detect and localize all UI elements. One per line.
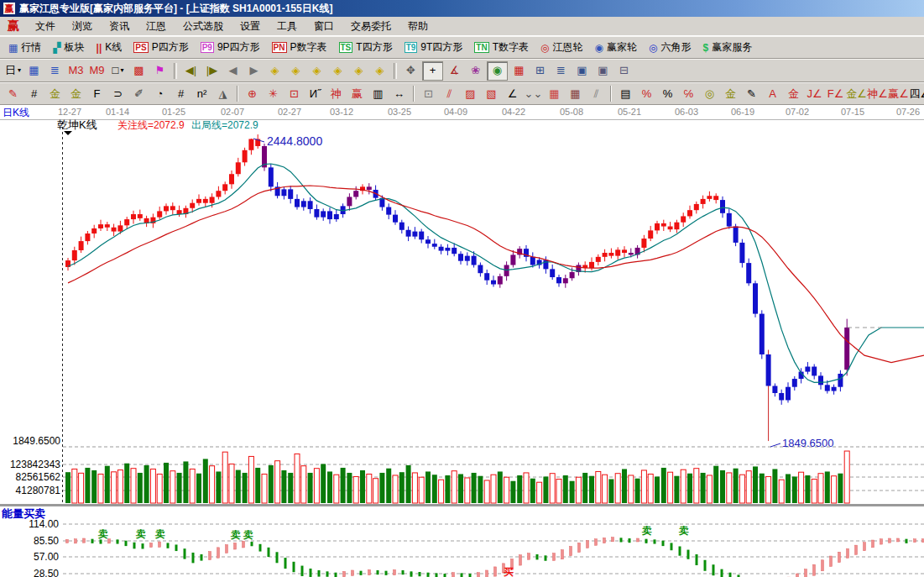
menu-item-6[interactable]: 工具	[269, 17, 305, 36]
ma9-icon[interactable]: M9	[87, 62, 107, 80]
angle-f-icon[interactable]: F∠	[826, 85, 845, 102]
menu-item-9[interactable]: 帮助	[399, 17, 436, 36]
menu-item-2[interactable]: 资讯	[101, 17, 138, 36]
ruler-marks-icon[interactable]: #	[24, 85, 44, 102]
angle-j-icon[interactable]: J∠	[805, 85, 824, 102]
hatch-box-icon[interactable]: ▨	[461, 85, 480, 102]
draw-pen-icon[interactable]: ✎	[3, 85, 23, 102]
page-right-icon[interactable]: ▶	[244, 62, 264, 80]
ma3-icon[interactable]: M3	[66, 62, 86, 80]
angle-ying-icon[interactable]: 赢∠	[889, 85, 908, 102]
save-export-icon[interactable]: ▣	[593, 62, 613, 80]
flag-stats-icon[interactable]: ⚑	[150, 62, 170, 80]
toolbar-main-T四方形[interactable]: TST四方形	[333, 38, 399, 57]
angle-fan-icon[interactable]: ◮	[213, 85, 232, 102]
arc-tool-icon[interactable]: ⊃	[108, 85, 128, 102]
wave-mark-icon[interactable]: И˝	[305, 85, 325, 102]
cycle-clock-icon[interactable]: ◔	[150, 85, 170, 102]
toolbar-main-六角形[interactable]: ◎六角形	[643, 38, 697, 57]
shen-tool-icon[interactable]: 神	[326, 85, 346, 102]
menu-item-3[interactable]: 江恩	[138, 17, 175, 36]
gold-ruler-1-icon[interactable]: 金	[45, 85, 65, 102]
menu-item-4[interactable]: 公式选股	[175, 17, 232, 36]
wave-a-icon[interactable]: A	[763, 85, 782, 102]
menu-item-8[interactable]: 交易委托	[342, 17, 399, 36]
toolbar-main-板块[interactable]: ▞板块	[47, 38, 90, 57]
menu-item-1[interactable]: 浏览	[64, 17, 101, 36]
toolbar-main-P数字表[interactable]: PNP数字表	[266, 38, 333, 57]
fib-ruler-icon[interactable]: F	[87, 85, 107, 102]
page-left-icon[interactable]: ◀	[223, 62, 243, 80]
grid-red-icon[interactable]: ▦	[545, 85, 564, 102]
pen-2-icon[interactable]: ✐	[129, 85, 149, 102]
diamond-cross-icon[interactable]: ◈	[349, 62, 368, 80]
circle-cross-icon[interactable]: ⊕	[243, 85, 262, 102]
hatch-box-2-icon[interactable]: ▧	[482, 85, 501, 102]
kline-type-label[interactable]: 乾坤K线	[57, 118, 97, 131]
span-tool-icon[interactable]: ↔	[389, 85, 409, 102]
toolbar-main-赢家服务[interactable]: $赢家服务	[697, 38, 758, 57]
parallel-lines-icon[interactable]: ⫽	[587, 85, 606, 102]
toolbar-main-江恩轮[interactable]: ◎江恩轮	[535, 38, 588, 57]
gold-ruler-2-icon[interactable]: 金	[66, 85, 86, 102]
menu-item-5[interactable]: 设置	[232, 17, 269, 36]
candle-style-icon[interactable]: □▾	[108, 62, 128, 80]
toolbar-main-行情[interactable]: ▦行情	[3, 38, 47, 57]
brain-icon[interactable]: ◉	[487, 61, 508, 81]
pan-hand-icon[interactable]: ✥	[401, 62, 420, 80]
grid-net-icon[interactable]: ▦	[24, 62, 44, 80]
ray-fan-icon[interactable]: ⫽	[440, 85, 459, 102]
angle-shen-icon[interactable]: 神∠	[868, 85, 887, 102]
angle-measure-icon[interactable]: ∡	[445, 62, 464, 80]
calculator-icon[interactable]: ⊞	[530, 62, 550, 80]
boxed-grid-icon[interactable]: ⊡	[285, 85, 304, 102]
calendar-21-icon[interactable]: ▦	[509, 62, 529, 80]
star-rays-icon[interactable]: ✳	[264, 85, 283, 102]
diamond-x-icon[interactable]: ◈	[328, 62, 347, 80]
percent-line-icon[interactable]: ℅	[679, 85, 698, 102]
toolbar-main-9P四方形[interactable]: P99P四方形	[195, 38, 266, 57]
gann-flower-icon[interactable]: ❀	[466, 62, 485, 80]
ruler-marks-2-icon[interactable]: #	[171, 85, 191, 102]
angle-four-icon[interactable]: 四∠	[910, 85, 924, 102]
price-grid-icon[interactable]: ▥	[368, 85, 388, 102]
menu-item-0[interactable]: 文件	[27, 17, 64, 36]
pencil-icon[interactable]: ✎	[742, 85, 761, 102]
toolbar-main-T数字表[interactable]: TNT数字表	[468, 38, 535, 57]
gold-red-icon[interactable]: 金	[784, 85, 803, 102]
notepad-icon[interactable]: ≣	[551, 62, 571, 80]
angle-gold-icon[interactable]: 金∠	[847, 85, 866, 102]
gold-line-icon[interactable]: 金	[721, 85, 740, 102]
toolbar-main-赢家轮[interactable]: ◉赢家轮	[589, 38, 643, 57]
percent-red-icon[interactable]: %	[637, 85, 656, 102]
save-floppy-icon[interactable]: ▣	[572, 62, 592, 80]
red-net-icon[interactable]: ▩	[129, 62, 149, 80]
box-select-icon[interactable]: ⊡	[419, 85, 438, 102]
diamond-left-icon[interactable]: ◈	[265, 62, 285, 80]
crosshair-icon[interactable]: +	[422, 61, 443, 81]
main-chart-svg[interactable]: 12-2701-1401-2502-0702-2703-1203-2504-09…	[0, 105, 924, 577]
chart-area[interactable]: 12-2701-1401-2502-0702-2703-1203-2504-09…	[0, 105, 924, 577]
percent-icon[interactable]: %	[658, 85, 677, 102]
period-day-icon[interactable]: 日▾	[3, 62, 23, 80]
levels-icon[interactable]: ▤	[616, 85, 635, 102]
ying-tool-icon[interactable]: 赢	[347, 85, 367, 102]
skip-start-icon[interactable]: ◀|	[181, 62, 201, 80]
trend-angle-icon[interactable]: ∠	[503, 85, 522, 102]
menu-item-7[interactable]: 窗口	[305, 17, 342, 36]
skip-end-icon[interactable]: |▶	[202, 62, 222, 80]
diamond-all-icon[interactable]: ◈	[370, 62, 389, 80]
toolbar-main-K线[interactable]: ||K线	[91, 38, 128, 57]
square-numbers-icon[interactable]: n²	[192, 85, 211, 102]
zigzag-icon[interactable]: ⌄⌄	[524, 85, 543, 102]
diamond-right-icon[interactable]: ◈	[286, 62, 305, 80]
gold-circle-icon[interactable]: ◎	[700, 85, 719, 102]
kline-type-dropdown-icon[interactable]	[64, 131, 72, 135]
toolbar-main-P四方形[interactable]: PSP四方形	[128, 38, 194, 57]
info-list-icon[interactable]: ≣	[45, 62, 65, 80]
grid-dark-icon[interactable]: ▦	[566, 85, 585, 102]
computer-icon[interactable]: ⊟	[614, 62, 634, 80]
diamond-h-icon[interactable]: ◈	[307, 62, 326, 80]
toolbar-main-9T四方形[interactable]: T99T四方形	[399, 38, 469, 57]
T数字表-icon: TN	[474, 42, 488, 53]
